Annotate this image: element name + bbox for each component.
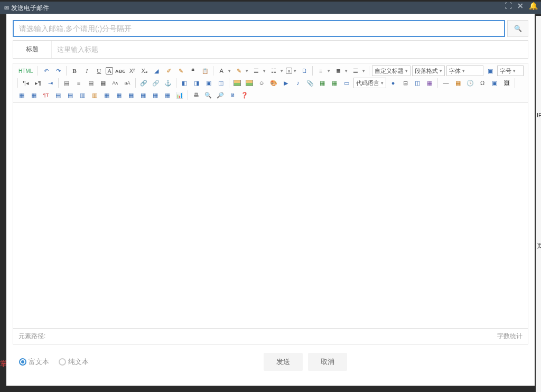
backcolor-button[interactable]: ✎▼ [234,66,249,76]
touppercase-icon[interactable]: Aᴀ [110,78,120,88]
align-left-icon[interactable]: ▤ [61,78,72,88]
para-format-select[interactable]: 段落格式▾ [412,66,445,76]
subscript-icon[interactable]: X₂ [139,66,150,76]
horizontal-icon[interactable]: — [441,78,451,88]
close-icon[interactable]: ✕ [517,2,524,10]
scrawl-icon[interactable]: 🎨 [268,78,279,88]
deleterow-icon[interactable]: ▤ [65,90,76,100]
editor-body[interactable] [13,103,528,328]
formatmatch-icon[interactable]: ✐ [163,66,174,76]
splitcells-icon[interactable]: ▦ [138,90,148,100]
video-icon[interactable]: ▶ [281,78,291,88]
splitrows-icon[interactable]: ▦ [150,90,161,100]
spechars-icon[interactable]: Ω [477,78,488,88]
fullscreen-icon[interactable]: ▣ [485,66,496,76]
tolowercase-icon[interactable]: aA [122,78,133,88]
date-icon[interactable]: ▦ [453,78,463,88]
insert-para-before-icon[interactable]: ¶T [41,90,51,100]
rowspacing-bottom-icon[interactable]: ≣▼ [333,66,349,76]
recipients-search-button[interactable]: 🔍 [507,20,528,37]
gmap-icon[interactable]: ▦ [329,78,340,88]
subject-input[interactable] [52,41,528,58]
underline-icon[interactable]: U [94,66,104,76]
image-center-icon[interactable]: ▣ [203,78,214,88]
snapscreen-icon[interactable]: ▣ [489,78,500,88]
autotypeset-icon[interactable]: ✎ [175,66,186,76]
unlink-icon[interactable]: 🔗 [151,78,161,88]
wordimage-icon[interactable]: 🖼 [501,78,512,88]
pasteplain-icon[interactable]: 📋 [200,66,210,76]
mergeright-icon[interactable]: ▦ [114,90,124,100]
music-icon[interactable]: ♪ [293,78,303,88]
modal-header: ✉ 发送电子邮件 [0,2,541,14]
indent-icon[interactable]: ⇥ [45,78,55,88]
template-icon[interactable]: ◫ [412,78,423,88]
simpleupload-icon[interactable] [232,78,242,88]
insertrow-icon[interactable]: ▤ [53,90,63,100]
mergecells-icon[interactable]: ▦ [101,90,112,100]
send-button[interactable]: 发送 [264,353,303,371]
blockquote-icon[interactable]: ❝ [188,66,198,76]
charts-icon[interactable]: 📊 [174,90,185,100]
time-icon[interactable]: 🕓 [465,78,475,88]
search-replace-icon[interactable]: 🔎 [215,90,226,100]
lineheight-icon[interactable]: ☰▼ [350,66,366,76]
insertcol-icon[interactable]: ▥ [77,90,88,100]
subject-label: 标题 [13,41,52,58]
insertframe-icon[interactable]: ▭ [341,78,352,88]
image-right-icon[interactable]: ◨ [191,78,202,88]
help-icon[interactable]: ❓ [239,90,250,100]
inserttable-icon[interactable]: ▦ [16,90,27,100]
strikethrough-icon[interactable]: ᴀʙᴄ [115,66,125,76]
align-right-icon[interactable]: ▤ [86,78,96,88]
webapp-icon[interactable]: ● [388,78,398,88]
map-icon[interactable]: ▦ [317,78,328,88]
mode-radio-group: 富文本 纯文本 [19,357,89,367]
drafts-icon[interactable]: 🗎 [227,90,238,100]
insertimage-icon[interactable] [244,78,255,88]
rowspacing-top-icon[interactable]: ≡▼ [315,66,331,76]
splitcols-icon[interactable]: ▦ [162,90,173,100]
undo-icon[interactable]: ↶ [41,66,51,76]
fontborder-icon[interactable]: A [106,67,113,74]
image-none-icon[interactable]: ◫ [216,78,226,88]
emotion-icon[interactable]: ☺ [256,78,267,88]
custom-title-select[interactable]: 自定义标题▾ [372,66,411,76]
align-center-icon[interactable]: ≡ [73,78,84,88]
removeformat-icon[interactable]: ◢ [151,66,162,76]
rtl-icon[interactable]: ▸¶ [33,78,43,88]
unordered-list-icon[interactable]: ☷▼ [268,66,284,76]
word-count-label[interactable]: 字数统计 [497,332,523,341]
preview-icon[interactable]: 🔍 [203,90,213,100]
deletecol-icon[interactable]: ▥ [89,90,100,100]
font-family-select[interactable]: 字体▾ [446,66,483,76]
radio-richtext[interactable]: 富文本 [19,357,49,367]
forecolor-button[interactable]: A▼ [216,66,232,76]
deletetable-icon[interactable]: ▦ [29,90,39,100]
background-icon[interactable]: ▦ [424,78,435,88]
bell-icon[interactable]: 🔔 [529,2,538,10]
mergedown-icon[interactable]: ▦ [126,90,136,100]
ltr-icon[interactable]: ¶◂ [21,78,31,88]
image-left-icon[interactable]: ◧ [179,78,190,88]
redo-icon[interactable]: ↷ [53,66,63,76]
italic-icon[interactable]: I [81,66,92,76]
source-button[interactable]: HTML [16,66,35,76]
link-icon[interactable]: 🔗 [138,78,149,88]
attachment-icon[interactable]: 📎 [305,78,315,88]
font-size-select[interactable]: 字号▾ [497,66,524,76]
selectall-icon[interactable]: a▼ [286,66,297,76]
anchor-icon[interactable]: ⚓ [163,78,173,88]
pagebreak-icon[interactable]: ⊟ [400,78,411,88]
radio-plaintext[interactable]: 纯文本 [59,357,89,367]
align-justify-icon[interactable]: ▦ [98,78,108,88]
code-lang-select[interactable]: 代码语言▾ [353,78,386,88]
superscript-icon[interactable]: X² [127,66,137,76]
expand-icon[interactable]: ⛶ [505,2,512,10]
cleardoc-icon[interactable]: 🗋 [299,66,310,76]
print-icon[interactable]: 🖶 [191,90,201,100]
ordered-list-icon[interactable]: ☰▼ [251,66,267,76]
recipients-input[interactable] [13,20,505,37]
cancel-button[interactable]: 取消 [308,353,347,371]
bold-icon[interactable]: B [69,66,80,76]
